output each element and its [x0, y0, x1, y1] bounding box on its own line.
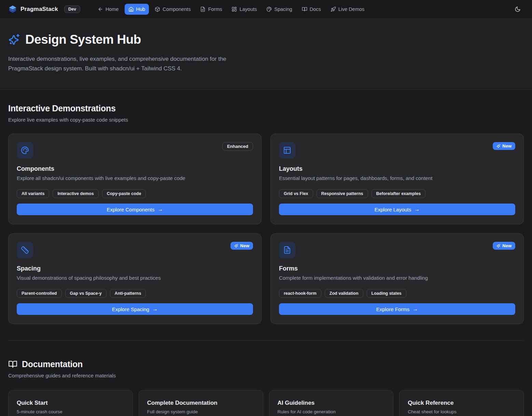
tag: Gap vs Space-y [65, 289, 107, 298]
card-title: Spacing [17, 265, 253, 272]
doc-card-description: Full design system guide [147, 409, 255, 414]
sparkles-icon [234, 244, 238, 248]
tag: Loading states [367, 289, 406, 298]
arrow-left-icon [98, 6, 103, 12]
top-navbar: PragmaStack Dev Home Hub Components Form… [0, 0, 532, 19]
hero-section: Design System Hub Interactive demonstrat… [0, 19, 532, 90]
doc-card-quick-start[interactable]: Quick Start 5-minute crash course [8, 390, 133, 416]
explore-spacing-button[interactable]: Explore Spacing → [17, 303, 253, 315]
arrow-right-icon: → [158, 207, 163, 212]
tag: Anti-patterns [110, 289, 146, 298]
nav-item-layouts[interactable]: Layouts [228, 4, 261, 15]
panel-top-icon [279, 142, 295, 158]
section-divider [8, 341, 524, 341]
box-icon [155, 6, 160, 12]
card-description: Complete form implementations with valid… [279, 275, 515, 281]
explore-forms-button[interactable]: Explore Forms → [279, 303, 515, 315]
nav-item-live-demos[interactable]: Live Demos [327, 4, 368, 15]
doc-card-title: Complete Documentation [147, 400, 255, 406]
doc-card-title: Quick Reference [408, 400, 515, 406]
explore-components-button[interactable]: Explore Components → [17, 204, 253, 215]
demo-card-grid: Enhanced Components Explore all shadcn/u… [8, 134, 524, 324]
demos-heading: Interactive Demonstrations [8, 103, 524, 113]
documentation-section: Documentation Comprehensive guides and r… [8, 359, 524, 416]
doc-card-description: Cheat sheet for lookups [408, 409, 515, 414]
demo-card-forms: New Forms Complete form implementations … [270, 233, 524, 324]
tag: Interactive demos [53, 189, 98, 198]
file-text-icon [279, 242, 295, 258]
tag: react-hook-form [279, 289, 321, 298]
tag: Before/after examples [372, 189, 426, 198]
arrow-right-icon: → [412, 306, 418, 312]
nav-item-forms[interactable]: Forms [196, 4, 226, 15]
theme-toggle-button[interactable] [512, 3, 524, 15]
docs-subheading: Comprehensive guides and reference mater… [8, 373, 524, 378]
palette-icon [17, 142, 33, 158]
sparkles-icon [496, 144, 501, 148]
tag: Copy-paste code [102, 189, 146, 198]
palette-icon [266, 6, 272, 12]
tag-row: react-hook-form Zod validation Loading s… [279, 289, 515, 298]
env-badge: Dev [64, 5, 80, 13]
page-title: Design System Hub [25, 32, 141, 47]
card-title: Layouts [279, 165, 515, 172]
demos-subheading: Explore live examples with copy-paste co… [8, 117, 524, 123]
home-icon [128, 6, 134, 12]
docs-heading: Documentation [22, 359, 83, 369]
tag-row: All variants Interactive demos Copy-past… [17, 189, 253, 198]
brand: PragmaStack Dev [8, 5, 80, 14]
layout-grid-icon [232, 6, 237, 12]
new-badge: New [493, 242, 515, 250]
demo-card-layouts: New Layouts Essential layout patterns fo… [270, 134, 524, 224]
tag: Parent-controlled [17, 289, 62, 298]
card-description: Visual demonstrations of spacing philoso… [17, 275, 253, 281]
tag-row: Parent-controlled Gap vs Space-y Anti-pa… [17, 289, 253, 298]
nav-item-components[interactable]: Components [151, 4, 194, 15]
card-description: Essential layout patterns for pages, das… [279, 175, 515, 181]
book-open-icon [302, 6, 307, 12]
new-badge: New [493, 142, 515, 150]
ruler-icon [17, 242, 33, 258]
demo-card-components: Enhanced Components Explore all shadcn/u… [8, 134, 262, 224]
main-content: Interactive Demonstrations Explore live … [0, 90, 532, 416]
page-subtitle: Interactive demonstrations, live example… [8, 54, 261, 73]
doc-card-description: 5-minute crash course [17, 409, 124, 414]
main-nav: Home Hub Components Forms Layouts Spacin… [94, 4, 368, 15]
tag: Responsive patterns [317, 189, 368, 198]
doc-card-description: Rules for AI code generation [278, 409, 385, 414]
arrow-right-icon: → [152, 306, 158, 312]
nav-item-hub[interactable]: Hub [125, 4, 149, 15]
layers-logo-icon [8, 5, 17, 14]
nav-item-docs[interactable]: Docs [298, 4, 325, 15]
file-text-icon [200, 6, 206, 12]
doc-card-grid: Quick Start 5-minute crash course Comple… [8, 390, 524, 416]
moon-icon [515, 6, 521, 12]
book-open-icon [8, 360, 17, 369]
nav-item-home[interactable]: Home [94, 4, 123, 15]
brand-name: PragmaStack [20, 6, 58, 13]
rocket-icon [331, 6, 336, 12]
arrow-right-icon: → [414, 207, 420, 212]
new-badge: New [230, 242, 253, 250]
doc-card-quick-reference[interactable]: Quick Reference Cheat sheet for lookups [399, 390, 524, 416]
doc-card-ai-guidelines[interactable]: AI Guidelines Rules for AI code generati… [269, 390, 394, 416]
demo-card-spacing: New Spacing Visual demonstrations of spa… [8, 233, 262, 324]
tag-row: Grid vs Flex Responsive patterns Before/… [279, 189, 515, 198]
sparkles-icon [8, 33, 20, 46]
card-title: Components [17, 165, 253, 172]
explore-layouts-button[interactable]: Explore Layouts → [279, 204, 515, 215]
nav-item-spacing[interactable]: Spacing [263, 4, 296, 15]
tag: Zod validation [325, 289, 363, 298]
card-description: Explore all shadcn/ui components with li… [17, 175, 253, 181]
status-badge: Enhanced [222, 142, 253, 151]
doc-card-title: Quick Start [17, 400, 124, 406]
card-title: Forms [279, 265, 515, 272]
tag: All variants [17, 189, 49, 198]
tag: Grid vs Flex [279, 189, 313, 198]
doc-card-complete-documentation[interactable]: Complete Documentation Full design syste… [139, 390, 263, 416]
doc-card-title: AI Guidelines [278, 400, 385, 406]
sparkles-icon [496, 244, 501, 248]
